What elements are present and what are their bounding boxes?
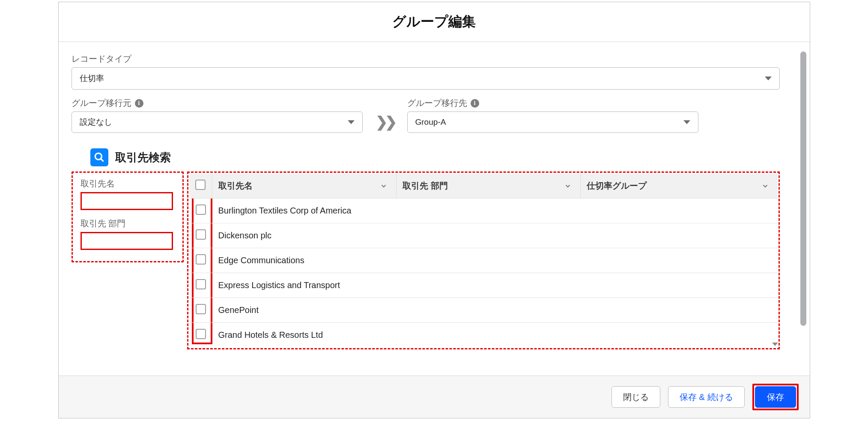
row-account-name: GenePoint [212, 298, 778, 323]
row-checkbox[interactable] [196, 304, 206, 314]
row-account-name: Dickenson plc [212, 223, 778, 248]
modal-body: レコードタイプ 仕切率 グループ移行元 i 設定なし ❯❯ [59, 42, 810, 376]
row-checkbox[interactable] [196, 329, 206, 339]
table-row[interactable]: Burlington Textiles Corp of America [189, 198, 778, 223]
account-table: 取引先名 取引先 部門 [189, 174, 778, 347]
record-type-label: レコードタイプ [72, 53, 780, 65]
filter-account-dept-label: 取引先 部門 [81, 218, 175, 229]
group-to-select[interactable]: Group-A [407, 111, 698, 133]
group-from-select[interactable]: 設定なし [72, 111, 363, 133]
save-button-highlight: 保存 [752, 384, 799, 410]
account-search-title: 取引先検索 [115, 150, 171, 165]
group-edit-modal: グループ編集 レコードタイプ 仕切率 グループ移行元 i 設定なし [58, 2, 810, 418]
col-account-name-label: 取引先名 [218, 181, 253, 190]
modal-footer: 閉じる 保存 & 続ける 保存 [59, 376, 810, 418]
info-icon[interactable]: i [471, 99, 479, 108]
select-all-header [189, 174, 212, 198]
transfer-arrow: ❯❯ [363, 113, 407, 133]
scrollbar-thumb[interactable] [800, 51, 806, 326]
save-button[interactable]: 保存 [755, 386, 796, 408]
row-account-name: Express Logistics and Transport [212, 273, 778, 298]
row-checkbox-cell [189, 273, 212, 298]
modal-header: グループ編集 [59, 2, 810, 42]
account-search-header: 取引先検索 [90, 148, 797, 166]
record-type-field: レコードタイプ 仕切率 [72, 53, 797, 90]
account-table-wrap: 取引先名 取引先 部門 [187, 171, 780, 349]
col-account-dept[interactable]: 取引先 部門 [397, 174, 581, 198]
group-to-field: グループ移行先 i Group-A [407, 97, 698, 133]
table-row[interactable]: Grand Hotels & Resorts Ltd [189, 323, 778, 348]
row-account-name: Grand Hotels & Resorts Ltd [212, 323, 778, 348]
row-account-name: Burlington Textiles Corp of America [212, 198, 778, 223]
group-from-label-text: グループ移行元 [72, 97, 131, 109]
col-account-name[interactable]: 取引先名 [212, 174, 397, 198]
search-content-row: 取引先名 取引先 部門 [72, 171, 797, 349]
chevron-down-icon [348, 120, 355, 124]
table-row[interactable]: GenePoint [189, 298, 778, 323]
col-account-dept-label: 取引先 部門 [403, 181, 448, 190]
table-row[interactable]: Dickenson plc [189, 223, 778, 248]
row-checkbox-cell [189, 248, 212, 273]
chevron-down-icon [683, 120, 690, 124]
group-to-value: Group-A [415, 117, 446, 127]
filter-account-name-label: 取引先名 [81, 178, 175, 189]
info-icon[interactable]: i [135, 99, 143, 108]
row-checkbox[interactable] [196, 204, 206, 215]
row-checkbox-cell [189, 198, 212, 223]
select-all-checkbox[interactable] [195, 180, 206, 190]
account-table-container: 取引先名 取引先 部門 [189, 174, 778, 347]
double-arrow-right-icon: ❯❯ [376, 114, 394, 130]
search-icon[interactable] [90, 148, 108, 166]
group-to-label: グループ移行先 i [407, 97, 698, 109]
chevron-down-icon [564, 182, 572, 192]
filter-panel: 取引先名 取引先 部門 [72, 171, 184, 262]
row-checkbox-cell [189, 323, 212, 348]
chevron-down-icon [380, 182, 388, 192]
row-checkbox[interactable] [196, 229, 206, 240]
group-from-field: グループ移行元 i 設定なし [72, 97, 363, 133]
group-transfer-row: グループ移行元 i 設定なし ❯❯ グループ移行先 i Group-A [72, 97, 797, 133]
row-checkbox-cell [189, 298, 212, 323]
group-from-label: グループ移行元 i [72, 97, 363, 109]
table-header-row: 取引先名 取引先 部門 [189, 174, 778, 198]
save-and-continue-button[interactable]: 保存 & 続ける [668, 386, 744, 408]
filter-account-dept-input[interactable] [81, 232, 173, 250]
record-type-select[interactable]: 仕切率 [72, 67, 780, 90]
chevron-down-icon [765, 77, 772, 81]
row-checkbox-cell [189, 223, 212, 248]
group-from-value: 設定なし [80, 117, 112, 128]
row-checkbox[interactable] [196, 254, 206, 265]
col-rate-group-label: 仕切率グループ [587, 181, 647, 190]
group-to-label-text: グループ移行先 [407, 97, 467, 109]
table-row[interactable]: Express Logistics and Transport [189, 273, 778, 298]
row-account-name: Edge Communications [212, 248, 778, 273]
scroll-down-caret-icon[interactable] [772, 343, 778, 346]
row-checkbox[interactable] [196, 279, 206, 289]
chevron-down-icon [761, 182, 769, 192]
filter-account-name-input[interactable] [81, 192, 173, 210]
table-row[interactable]: Edge Communications [189, 248, 778, 273]
modal-title: グループ編集 [59, 12, 810, 31]
svg-line-1 [101, 159, 103, 161]
record-type-value: 仕切率 [80, 73, 104, 84]
close-button[interactable]: 閉じる [611, 386, 660, 408]
col-rate-group[interactable]: 仕切率グループ [581, 174, 778, 198]
